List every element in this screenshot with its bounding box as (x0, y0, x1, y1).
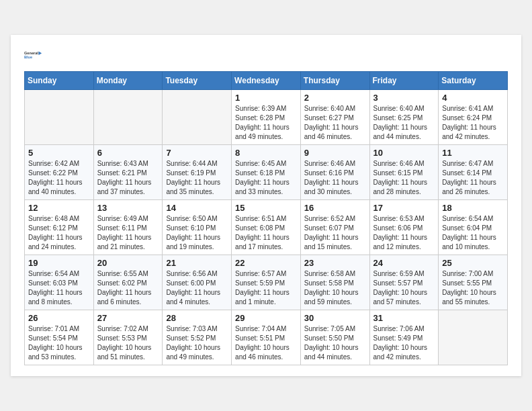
calendar-cell: 7Sunrise: 6:44 AM Sunset: 6:19 PM Daylig… (163, 145, 232, 200)
day-info: Sunrise: 6:40 AM Sunset: 6:25 PM Dayligh… (373, 104, 435, 142)
svg-text:General: General (24, 51, 38, 55)
calendar-cell: 13Sunrise: 6:49 AM Sunset: 6:11 PM Dayli… (93, 200, 163, 255)
day-number: 10 (373, 148, 435, 158)
svg-text:Blue: Blue (24, 55, 32, 59)
calendar-cell: 17Sunrise: 6:53 AM Sunset: 6:06 PM Dayli… (369, 200, 439, 255)
day-info: Sunrise: 7:05 AM Sunset: 5:50 PM Dayligh… (304, 324, 366, 362)
calendar-cell: 26Sunrise: 7:01 AM Sunset: 5:54 PM Dayli… (25, 310, 94, 365)
calendar-cell: 31Sunrise: 7:06 AM Sunset: 5:49 PM Dayli… (369, 310, 439, 365)
day-info: Sunrise: 6:52 AM Sunset: 6:07 PM Dayligh… (304, 214, 366, 252)
calendar-cell: 8Sunrise: 6:45 AM Sunset: 6:18 PM Daylig… (232, 145, 301, 200)
weekday-header-sunday: Sunday (25, 72, 94, 90)
day-number: 1 (235, 93, 297, 103)
calendar-cell: 3Sunrise: 6:40 AM Sunset: 6:25 PM Daylig… (369, 90, 439, 145)
day-number: 11 (442, 148, 504, 158)
calendar-cell: 12Sunrise: 6:48 AM Sunset: 6:12 PM Dayli… (25, 200, 94, 255)
day-number: 4 (442, 93, 504, 103)
weekday-header-thursday: Thursday (300, 72, 369, 90)
calendar-grid: SundayMondayTuesdayWednesdayThursdayFrid… (24, 71, 508, 365)
day-number: 19 (28, 258, 90, 268)
day-number: 25 (442, 258, 504, 268)
day-number: 17 (373, 203, 435, 213)
week-row-2: 5Sunrise: 6:42 AM Sunset: 6:22 PM Daylig… (25, 145, 508, 200)
day-info: Sunrise: 6:39 AM Sunset: 6:28 PM Dayligh… (235, 104, 297, 142)
calendar-cell: 2Sunrise: 6:40 AM Sunset: 6:27 PM Daylig… (300, 90, 369, 145)
day-number: 24 (373, 258, 435, 268)
day-info: Sunrise: 6:43 AM Sunset: 6:21 PM Dayligh… (97, 159, 159, 197)
svg-marker-2 (38, 51, 42, 55)
calendar-cell (439, 310, 508, 365)
day-number: 6 (97, 148, 159, 158)
calendar-cell (163, 90, 232, 145)
calendar-cell: 20Sunrise: 6:55 AM Sunset: 6:02 PM Dayli… (93, 255, 163, 310)
weekday-header-wednesday: Wednesday (232, 72, 301, 90)
day-number: 2 (304, 93, 366, 103)
day-number: 8 (235, 148, 297, 158)
calendar-cell: 24Sunrise: 6:59 AM Sunset: 5:57 PM Dayli… (369, 255, 439, 310)
day-info: Sunrise: 6:44 AM Sunset: 6:19 PM Dayligh… (166, 159, 228, 197)
day-info: Sunrise: 6:51 AM Sunset: 6:08 PM Dayligh… (235, 214, 297, 252)
calendar-cell: 21Sunrise: 6:56 AM Sunset: 6:00 PM Dayli… (163, 255, 232, 310)
weekday-header-saturday: Saturday (439, 72, 508, 90)
day-info: Sunrise: 6:54 AM Sunset: 6:03 PM Dayligh… (28, 269, 90, 307)
calendar-cell: 30Sunrise: 7:05 AM Sunset: 5:50 PM Dayli… (300, 310, 369, 365)
calendar-cell: 11Sunrise: 6:47 AM Sunset: 6:14 PM Dayli… (439, 145, 508, 200)
day-number: 13 (97, 203, 159, 213)
day-info: Sunrise: 6:59 AM Sunset: 5:57 PM Dayligh… (373, 269, 435, 307)
day-info: Sunrise: 6:46 AM Sunset: 6:16 PM Dayligh… (304, 159, 366, 197)
day-info: Sunrise: 6:50 AM Sunset: 6:10 PM Dayligh… (166, 214, 228, 252)
calendar-cell: 25Sunrise: 7:00 AM Sunset: 5:55 PM Dayli… (439, 255, 508, 310)
calendar-cell: 10Sunrise: 6:46 AM Sunset: 6:15 PM Dayli… (369, 145, 439, 200)
calendar-cell: 22Sunrise: 6:57 AM Sunset: 5:59 PM Dayli… (232, 255, 301, 310)
day-info: Sunrise: 7:03 AM Sunset: 5:52 PM Dayligh… (166, 324, 228, 362)
calendar-cell: 14Sunrise: 6:50 AM Sunset: 6:10 PM Dayli… (163, 200, 232, 255)
calendar-cell: 5Sunrise: 6:42 AM Sunset: 6:22 PM Daylig… (25, 145, 94, 200)
day-number: 14 (166, 203, 228, 213)
week-row-1: 1Sunrise: 6:39 AM Sunset: 6:28 PM Daylig… (25, 90, 508, 145)
calendar-cell: 29Sunrise: 7:04 AM Sunset: 5:51 PM Dayli… (232, 310, 301, 365)
calendar-cell (93, 90, 163, 145)
weekday-header-tuesday: Tuesday (163, 72, 232, 90)
day-info: Sunrise: 6:53 AM Sunset: 6:06 PM Dayligh… (373, 214, 435, 252)
day-info: Sunrise: 7:02 AM Sunset: 5:53 PM Dayligh… (97, 324, 159, 362)
day-info: Sunrise: 7:06 AM Sunset: 5:49 PM Dayligh… (373, 324, 435, 362)
day-info: Sunrise: 6:45 AM Sunset: 6:18 PM Dayligh… (235, 159, 297, 197)
day-number: 5 (28, 148, 90, 158)
day-number: 23 (304, 258, 366, 268)
day-number: 7 (166, 148, 228, 158)
weekday-header-monday: Monday (93, 72, 163, 90)
day-number: 9 (304, 148, 366, 158)
week-row-4: 19Sunrise: 6:54 AM Sunset: 6:03 PM Dayli… (25, 255, 508, 310)
week-row-3: 12Sunrise: 6:48 AM Sunset: 6:12 PM Dayli… (25, 200, 508, 255)
calendar-cell: 16Sunrise: 6:52 AM Sunset: 6:07 PM Dayli… (300, 200, 369, 255)
day-info: Sunrise: 6:46 AM Sunset: 6:15 PM Dayligh… (373, 159, 435, 197)
day-info: Sunrise: 7:04 AM Sunset: 5:51 PM Dayligh… (235, 324, 297, 362)
day-number: 12 (28, 203, 90, 213)
day-info: Sunrise: 6:54 AM Sunset: 6:04 PM Dayligh… (442, 214, 504, 252)
day-info: Sunrise: 6:55 AM Sunset: 6:02 PM Dayligh… (97, 269, 159, 307)
day-info: Sunrise: 6:40 AM Sunset: 6:27 PM Dayligh… (304, 104, 366, 142)
calendar-cell (25, 90, 94, 145)
weekday-header-row: SundayMondayTuesdayWednesdayThursdayFrid… (25, 72, 508, 90)
calendar-cell: 4Sunrise: 6:41 AM Sunset: 6:24 PM Daylig… (439, 90, 508, 145)
day-number: 31 (373, 313, 435, 323)
logo-icon: GeneralBlue (24, 46, 43, 64)
day-number: 21 (166, 258, 228, 268)
day-info: Sunrise: 7:00 AM Sunset: 5:55 PM Dayligh… (442, 269, 504, 307)
calendar-cell: 19Sunrise: 6:54 AM Sunset: 6:03 PM Dayli… (25, 255, 94, 310)
day-number: 20 (97, 258, 159, 268)
day-number: 30 (304, 313, 366, 323)
weekday-header-friday: Friday (369, 72, 439, 90)
day-number: 27 (97, 313, 159, 323)
day-number: 26 (28, 313, 90, 323)
calendar-cell: 6Sunrise: 6:43 AM Sunset: 6:21 PM Daylig… (93, 145, 163, 200)
calendar-cell: 1Sunrise: 6:39 AM Sunset: 6:28 PM Daylig… (232, 90, 301, 145)
calendar-header: GeneralBlue (24, 46, 508, 64)
day-info: Sunrise: 6:47 AM Sunset: 6:14 PM Dayligh… (442, 159, 504, 197)
day-info: Sunrise: 6:57 AM Sunset: 5:59 PM Dayligh… (235, 269, 297, 307)
day-number: 18 (442, 203, 504, 213)
day-info: Sunrise: 6:48 AM Sunset: 6:12 PM Dayligh… (28, 214, 90, 252)
day-number: 22 (235, 258, 297, 268)
day-number: 29 (235, 313, 297, 323)
day-info: Sunrise: 7:01 AM Sunset: 5:54 PM Dayligh… (28, 324, 90, 362)
